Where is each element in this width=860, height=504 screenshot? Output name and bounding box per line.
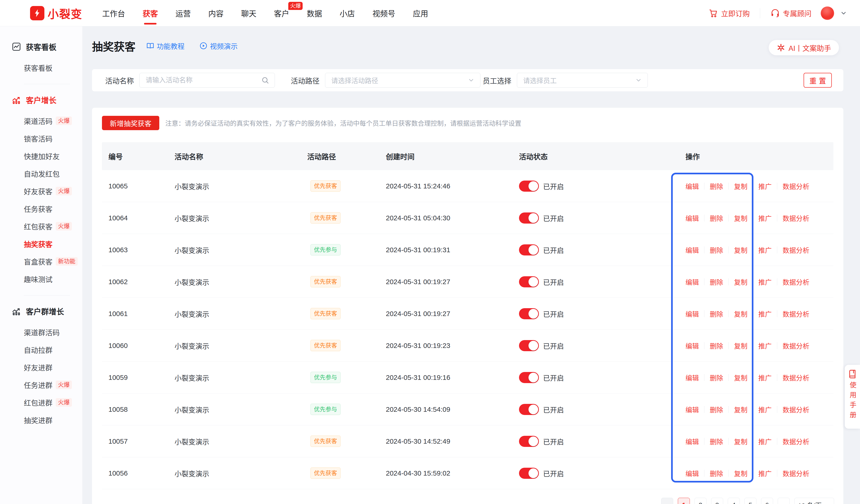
pagination-page-5[interactable]: 5: [744, 498, 757, 504]
reset-button[interactable]: 重置: [804, 73, 832, 88]
action-edit[interactable]: 编辑: [686, 213, 699, 223]
nav-item-apps[interactable]: 应用: [413, 0, 428, 26]
status-toggle[interactable]: [519, 181, 539, 192]
status-toggle[interactable]: [519, 276, 539, 287]
action-copy[interactable]: 复制: [734, 469, 747, 478]
action-edit[interactable]: 编辑: [686, 469, 699, 478]
action-edit[interactable]: 编辑: [686, 309, 699, 319]
action-edit[interactable]: 编辑: [686, 436, 699, 446]
pagination-page-2[interactable]: 2: [694, 498, 706, 504]
pagination-page-4[interactable]: 4: [728, 498, 740, 504]
action-copy[interactable]: 复制: [734, 245, 747, 255]
action-analytics[interactable]: 数据分析: [783, 213, 809, 223]
activity-path-select[interactable]: 请选择活动路径: [325, 73, 481, 88]
action-promote[interactable]: 推广: [758, 341, 772, 350]
status-toggle[interactable]: [519, 308, 539, 319]
sidebar-item-task-join-group[interactable]: 任务进群火爆: [0, 376, 82, 393]
app-logo[interactable]: 小裂变: [30, 5, 82, 21]
pagination-next-icon[interactable]: ›: [778, 498, 790, 504]
sidebar-item-lock-code[interactable]: 锁客活码: [0, 129, 82, 147]
sidebar-item-task-acquisition[interactable]: 任务获客: [0, 200, 82, 217]
nav-item-chat[interactable]: 聊天: [241, 0, 256, 26]
action-analytics[interactable]: 数据分析: [783, 436, 809, 446]
status-toggle[interactable]: [519, 213, 539, 224]
action-edit[interactable]: 编辑: [686, 405, 699, 414]
action-delete[interactable]: 删除: [710, 469, 723, 478]
account-chevron-down-icon[interactable]: [840, 10, 847, 17]
action-copy[interactable]: 复制: [734, 405, 747, 414]
sidebar-item-fun-test[interactable]: 趣味测试: [0, 270, 82, 288]
action-promote[interactable]: 推广: [758, 245, 772, 255]
sidebar-item-redpacket-join-group[interactable]: 红包进群火爆: [0, 393, 82, 411]
action-copy[interactable]: 复制: [734, 213, 747, 223]
sidebar-section-customer-growth[interactable]: 客户增长: [0, 92, 82, 107]
action-delete[interactable]: 删除: [710, 181, 723, 191]
action-edit[interactable]: 编辑: [686, 181, 699, 191]
action-edit[interactable]: 编辑: [686, 341, 699, 350]
action-analytics[interactable]: 数据分析: [783, 469, 809, 478]
pagination-page-1[interactable]: 1: [678, 498, 690, 504]
action-delete[interactable]: 删除: [710, 341, 723, 350]
action-copy[interactable]: 复制: [734, 277, 747, 287]
nav-item-data[interactable]: 数据: [307, 0, 322, 26]
sidebar-item-auto-pull-group[interactable]: 自动拉群: [0, 341, 82, 358]
action-delete[interactable]: 删除: [710, 436, 723, 446]
activity-name-input[interactable]: [140, 76, 275, 84]
action-analytics[interactable]: 数据分析: [783, 405, 809, 414]
status-toggle[interactable]: [519, 340, 539, 351]
sidebar-item-friend-join-group[interactable]: 好友进群: [0, 358, 82, 376]
user-avatar[interactable]: [821, 6, 834, 20]
staff-select[interactable]: 请选择员工: [517, 73, 648, 88]
nav-item-video-account[interactable]: 视频号: [372, 0, 395, 26]
action-copy[interactable]: 复制: [734, 309, 747, 319]
pagination-page-6[interactable]: 6: [761, 498, 773, 504]
action-copy[interactable]: 复制: [734, 341, 747, 350]
status-toggle[interactable]: [519, 436, 539, 447]
sidebar-item-blindbox-acquisition[interactable]: 盲盒获客新功能: [0, 253, 82, 270]
action-analytics[interactable]: 数据分析: [783, 341, 809, 350]
nav-item-shop[interactable]: 小店: [340, 0, 355, 26]
sidebar-item-quick-add-friend[interactable]: 快捷加好友: [0, 147, 82, 164]
action-promote[interactable]: 推广: [758, 213, 772, 223]
sidebar-item-lottery-join-group[interactable]: 抽奖进群: [0, 411, 82, 429]
sidebar-item-lottery-acquisition[interactable]: 抽奖获客: [0, 235, 82, 253]
order-now-button[interactable]: 立即订购: [708, 8, 750, 18]
sidebar-item-kanban-board[interactable]: 获客看板: [0, 59, 82, 76]
nav-item-content[interactable]: 内容: [208, 0, 224, 26]
action-promote[interactable]: 推广: [758, 436, 772, 446]
action-promote[interactable]: 推广: [758, 405, 772, 414]
status-toggle[interactable]: [519, 468, 539, 479]
action-edit[interactable]: 编辑: [686, 373, 699, 383]
nav-item-acquisition[interactable]: 获客: [143, 0, 158, 26]
status-toggle[interactable]: [519, 244, 539, 256]
action-delete[interactable]: 删除: [710, 245, 723, 255]
action-delete[interactable]: 删除: [710, 213, 723, 223]
action-analytics[interactable]: 数据分析: [783, 309, 809, 319]
nav-item-workbench[interactable]: 工作台: [102, 0, 125, 26]
action-delete[interactable]: 删除: [710, 309, 723, 319]
action-copy[interactable]: 复制: [734, 373, 747, 383]
page-size-select[interactable]: 10 条/页: [794, 498, 834, 504]
action-delete[interactable]: 删除: [710, 405, 723, 414]
search-icon[interactable]: [261, 76, 269, 84]
video-demo-link[interactable]: 视频演示: [199, 41, 238, 51]
sidebar-item-channel-group-code[interactable]: 渠道群活码: [0, 323, 82, 341]
tutorial-link[interactable]: 功能教程: [146, 41, 185, 51]
sidebar-item-friend-acquisition[interactable]: 好友获客火爆: [0, 182, 82, 200]
pagination-prev-icon[interactable]: ‹: [661, 498, 673, 504]
advisor-button[interactable]: 专属顾问: [770, 8, 812, 18]
action-copy[interactable]: 复制: [734, 181, 747, 191]
sidebar-item-auto-redpacket[interactable]: 自动发红包: [0, 164, 82, 182]
action-analytics[interactable]: 数据分析: [783, 373, 809, 383]
action-analytics[interactable]: 数据分析: [783, 181, 809, 191]
nav-item-customer[interactable]: 客户火爆: [274, 0, 289, 26]
sidebar-item-channel-code[interactable]: 渠道活码火爆: [0, 112, 82, 129]
action-delete[interactable]: 删除: [710, 373, 723, 383]
sidebar-item-redpacket-acquisition[interactable]: 红包获客火爆: [0, 217, 82, 235]
status-toggle[interactable]: [519, 372, 539, 383]
ai-copywriting-assistant-button[interactable]: AI丨文案助手: [769, 40, 839, 55]
add-lottery-button[interactable]: 新增抽奖获客: [102, 116, 159, 130]
user-manual-tab[interactable]: 使用手册: [845, 365, 860, 429]
action-delete[interactable]: 删除: [710, 277, 723, 287]
action-analytics[interactable]: 数据分析: [783, 277, 809, 287]
